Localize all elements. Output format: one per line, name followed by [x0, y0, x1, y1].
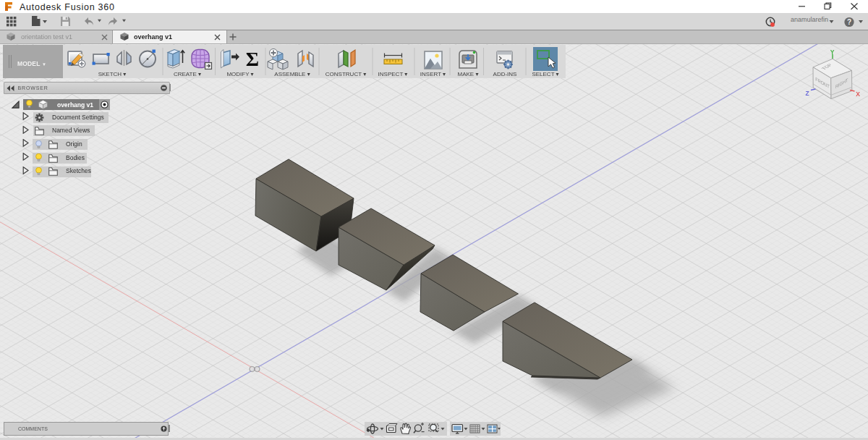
- svg-text:SKETCH ▾: SKETCH ▾: [98, 71, 127, 77]
- svg-text:INSERT ▾: INSERT ▾: [420, 71, 446, 77]
- svg-text:?: ?: [847, 18, 851, 26]
- svg-text:INSPECT ▾: INSPECT ▾: [378, 71, 408, 77]
- svg-text:ADD-INS: ADD-INS: [493, 71, 517, 77]
- svg-text:MAKE ▾: MAKE ▾: [458, 71, 479, 77]
- svg-text:Σ: Σ: [246, 48, 259, 70]
- svg-text:ASSEMBLE ▾: ASSEMBLE ▾: [274, 71, 310, 77]
- svg-text:MODIFY ▾: MODIFY ▾: [226, 71, 253, 77]
- svg-text:Z: Z: [806, 90, 809, 97]
- svg-text:CONSTRUCT ▾: CONSTRUCT ▾: [326, 71, 366, 77]
- svg-text:SELECT ▾: SELECT ▾: [532, 71, 558, 77]
- svg-text:X: X: [856, 90, 860, 98]
- svg-text:CREATE ▾: CREATE ▾: [174, 71, 201, 77]
- svg-text:Y: Y: [830, 48, 835, 56]
